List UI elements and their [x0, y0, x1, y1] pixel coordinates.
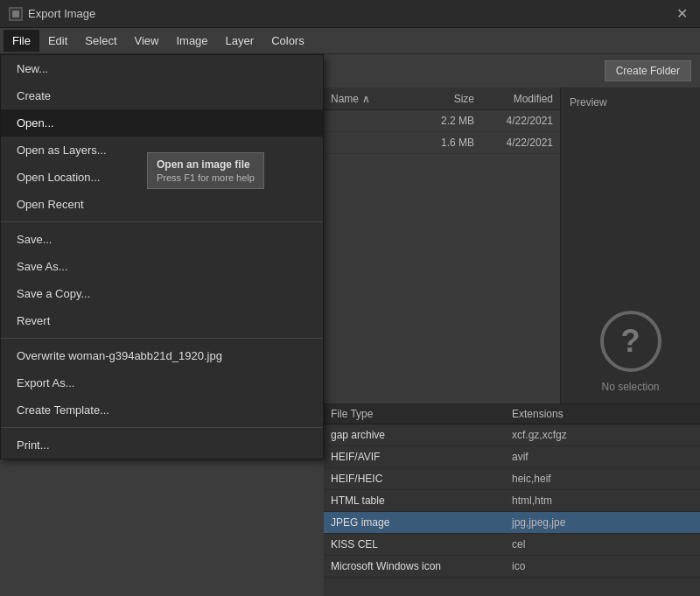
- menu-file[interactable]: File: [4, 30, 39, 52]
- ft-type-html: HTML table: [331, 494, 512, 507]
- menu-image[interactable]: Image: [167, 30, 216, 52]
- main-area: New... Create Open... Open as Layers... …: [0, 54, 700, 596]
- header-extensions: Extensions: [512, 408, 693, 420]
- separator-2: [1, 338, 323, 339]
- list-item[interactable]: KISS CEL cel: [324, 534, 700, 556]
- file-row-modified-1: 4/22/2021: [474, 115, 553, 127]
- menu-print[interactable]: Print...: [1, 431, 323, 459]
- file-type-list: gap archive xcf.gz,xcfgz HEIF/AVIF avif …: [324, 424, 700, 593]
- list-item[interactable]: HEIF/AVIF avif: [324, 446, 700, 468]
- no-selection-text: No selection: [601, 381, 659, 393]
- right-panel: Create Folder Name ∧ Size Modified 2.2 M…: [324, 54, 700, 596]
- header-file-type: File Type: [331, 408, 512, 420]
- menu-view[interactable]: View: [126, 30, 168, 52]
- menu-open[interactable]: Open...: [1, 109, 323, 137]
- file-row-size-2: 1.6 MB: [413, 137, 474, 149]
- menu-export-as[interactable]: Export As...: [1, 369, 323, 396]
- window-title: Export Image: [28, 7, 95, 20]
- menu-save[interactable]: Save...: [1, 226, 323, 253]
- ft-ext-jpeg: jpg,jpeg,jpe: [512, 516, 693, 529]
- file-type-header: File Type Extensions: [324, 404, 700, 424]
- title-bar-left: Export Image: [9, 7, 95, 21]
- list-item[interactable]: HEIF/HEIC heic,heif: [324, 468, 700, 490]
- file-row-modified-2: 4/22/2021: [474, 137, 553, 149]
- no-preview-icon: ?: [600, 311, 662, 372]
- file-row-size-1: 2.2 MB: [413, 115, 474, 127]
- menu-overwrite[interactable]: Overwrite woman-g394abb21d_1920.jpg: [1, 342, 323, 369]
- close-button[interactable]: ✕: [673, 7, 691, 21]
- menu-save-copy[interactable]: Save a Copy...: [1, 280, 323, 307]
- ft-ext-heif-avif: avif: [512, 451, 693, 463]
- menu-colors[interactable]: Colors: [262, 30, 313, 52]
- menu-create[interactable]: Create: [1, 82, 323, 109]
- header-modified: Modified: [474, 93, 553, 105]
- ft-ext-ico: ico: [512, 560, 693, 572]
- menu-new[interactable]: New...: [1, 55, 323, 82]
- list-item[interactable]: JPEG image jpg,jpeg,jpe: [324, 512, 700, 534]
- toolbar-row: Create Folder: [324, 54, 700, 88]
- app-icon: [9, 7, 23, 21]
- header-size: Size: [413, 93, 474, 105]
- menu-bar: File Edit Select View Image Layer Colors: [0, 28, 700, 54]
- file-list-header: Name ∧ Size Modified: [324, 88, 560, 110]
- table-row[interactable]: 2.2 MB 4/22/2021: [324, 110, 560, 132]
- preview-label: Preview: [570, 96, 607, 109]
- ft-type-gap: gap archive: [331, 429, 512, 441]
- separator-1: [1, 221, 323, 222]
- list-item[interactable]: HTML table html,htm: [324, 490, 700, 512]
- svg-rect-2: [12, 11, 19, 18]
- ft-ext-kiss: cel: [512, 538, 693, 550]
- menu-select[interactable]: Select: [76, 30, 125, 52]
- ft-type-jpeg: JPEG image: [331, 516, 512, 529]
- menu-edit[interactable]: Edit: [39, 30, 76, 52]
- menu-open-as-layers[interactable]: Open as Layers...: [1, 137, 323, 164]
- title-bar: Export Image ✕: [0, 0, 700, 28]
- menu-open-recent[interactable]: Open Recent: [1, 191, 323, 218]
- menu-open-location[interactable]: Open Location...: [1, 164, 323, 191]
- ft-type-ico: Microsoft Windows icon: [331, 560, 512, 572]
- menu-create-template[interactable]: Create Template...: [1, 396, 323, 424]
- list-item[interactable]: gap archive xcf.gz,xcfgz: [324, 424, 700, 446]
- file-dropdown-menu: New... Create Open... Open as Layers... …: [0, 54, 324, 459]
- ft-ext-html: html,htm: [512, 494, 693, 507]
- ft-type-kiss: KISS CEL: [331, 538, 512, 550]
- menu-revert[interactable]: Revert: [1, 307, 323, 334]
- list-item[interactable]: Microsoft Windows icon ico: [324, 556, 700, 578]
- create-folder-button[interactable]: Create Folder: [605, 60, 691, 81]
- file-type-section: File Type Extensions gap archive xcf.gz,…: [324, 403, 700, 596]
- table-row[interactable]: 1.6 MB 4/22/2021: [324, 132, 560, 154]
- ft-ext-heif-heic: heic,heif: [512, 473, 693, 485]
- menu-save-as[interactable]: Save As...: [1, 253, 323, 280]
- separator-3: [1, 427, 323, 428]
- menu-layer[interactable]: Layer: [217, 30, 263, 52]
- ft-type-heif-heic: HEIF/HEIC: [331, 473, 512, 485]
- ft-ext-gap: xcf.gz,xcfgz: [512, 429, 693, 441]
- header-name: Name ∧: [331, 93, 413, 105]
- ft-type-heif-avif: HEIF/AVIF: [331, 451, 512, 463]
